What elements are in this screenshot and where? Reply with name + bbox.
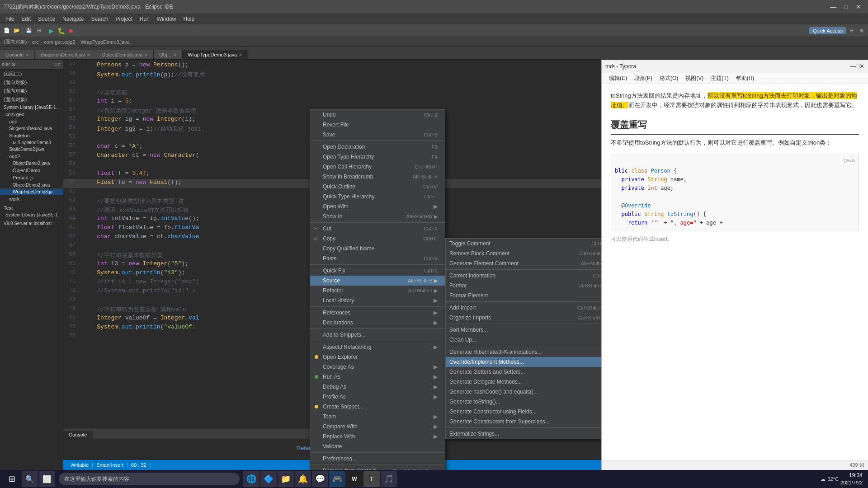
eclipse-window-controls[interactable]: — □ ✕	[827, 1, 864, 13]
cm-remove-context[interactable]: Remove from Context Ctrl+Alt+Shift+Down	[310, 466, 445, 470]
cm-add-snippets[interactable]: Add to Snippets...	[310, 330, 445, 340]
sidebar-item-oop1[interactable]: (面向对象)	[0, 78, 63, 87]
sidebar-item-server[interactable]: V9.0 Server at localhost	[0, 220, 63, 227]
minimize-button[interactable]: —	[827, 1, 839, 13]
cm-quick-type-hier[interactable]: Quick Type Hierarchy Ctrl+T	[310, 192, 445, 202]
cm-local-history[interactable]: Local History ▶	[310, 296, 445, 305]
cm-open-type-hier[interactable]: Open Type Hierarchy F4	[310, 152, 445, 162]
menu-window[interactable]: Window	[153, 15, 180, 23]
cm-refactor[interactable]: Refactor Alt+Shift+T ▶	[310, 286, 445, 296]
sidebar-item-javalibrary2[interactable]: System Library [JavaSE-1.	[0, 211, 63, 218]
sidebar-item-objectdemo2[interactable]: ObjectDemo2.java	[0, 160, 63, 167]
maximize-button[interactable]: □	[840, 1, 852, 13]
menu-navigate[interactable]: Navigate	[59, 15, 87, 23]
cm-create-snippet[interactable]: Create Snippet...	[310, 402, 445, 412]
toolbar-debug[interactable]: 🐛	[56, 26, 66, 36]
sidebar-item-oop2-pkg[interactable]: oop2	[0, 153, 63, 160]
breadcrumb-package[interactable]: com.gec.oop2	[44, 39, 75, 45]
taskbar-appicon3[interactable]: 🎮	[329, 471, 345, 487]
tab-wrapdemo-close[interactable]: ✕	[239, 52, 242, 57]
tab-wrapdemo[interactable]: WrapTypeDemo3.java ✕	[183, 50, 249, 59]
main-context-menu[interactable]: Undo Ctrl+Z Revert File Save Ctrl+S Ope	[310, 109, 445, 470]
cm-open-call-hier[interactable]: Open Call Hierarchy Ctrl+Alt+H	[310, 162, 445, 172]
toolbar-save[interactable]: 💾	[24, 26, 34, 36]
breadcrumb-file[interactable]: WrapTypeDemo3.java	[80, 39, 130, 45]
sidebar-item-objectdemo2b[interactable]: ObjectDemo2.java	[0, 182, 63, 188]
menu-run[interactable]: Run	[136, 15, 153, 23]
sidebar-item-singletondemo[interactable]: ⊳ SingletonDemo3	[0, 139, 63, 146]
cm-paste[interactable]: Paste Ctrl+V	[310, 253, 445, 263]
menu-source[interactable]: Source	[34, 15, 59, 23]
typora-menu-theme[interactable]: 主题(T)	[707, 74, 732, 83]
menu-help[interactable]: Help	[180, 15, 198, 23]
bottom-tab-console[interactable]: Console	[63, 431, 93, 439]
toolbar-layout[interactable]: ⊟	[846, 26, 856, 36]
sidebar-item-group2[interactable]: (组组二)	[0, 70, 63, 78]
taskbar-appicon5[interactable]: T	[363, 471, 380, 487]
typora-maximize[interactable]: □	[856, 63, 859, 70]
cm-profile-as[interactable]: Profile As ▶	[310, 392, 445, 402]
tab-console-close[interactable]: ✕	[25, 52, 29, 57]
cm-coverage[interactable]: Coverage As ▶	[310, 362, 445, 372]
breadcrumb-project[interactable]: (面向对象)	[4, 38, 27, 45]
sidebar-item-oop[interactable]: oop	[0, 118, 63, 125]
taskbar-chrome[interactable]: 🌐	[243, 471, 259, 487]
sidebar-item-staticdemo[interactable]: StaticDemo2.java	[0, 146, 63, 153]
tab-singleton-close[interactable]: ✕	[87, 52, 90, 57]
taskbar-appicon6[interactable]: 🎵	[381, 471, 397, 487]
cm-show-breadcrumb[interactable]: Show in Breadcrumb Alt+Shift+B	[310, 172, 445, 182]
explorer-maximize[interactable]: □	[58, 62, 61, 67]
sidebar-item-comgec[interactable]: com.gec	[0, 111, 63, 118]
cm-source[interactable]: Source Alt+Shift+S ▶	[310, 276, 445, 286]
tab-objectdemo-close[interactable]: ✕	[144, 52, 148, 57]
cm-preferences[interactable]: Preferences...	[310, 454, 445, 464]
typora-menu-view[interactable]: 视图(V)	[682, 74, 707, 83]
cm-show-in[interactable]: Show In Alt+Shift+W ▶	[310, 211, 445, 221]
menu-edit[interactable]: Edit	[18, 15, 34, 23]
sidebar-item-work[interactable]: work	[0, 195, 63, 202]
cm-open-decl[interactable]: Open Declaration F3	[310, 142, 445, 152]
cm-debug-as[interactable]: Debug As ▶	[310, 382, 445, 392]
taskbar-taskview[interactable]: ⬜	[39, 471, 55, 487]
tab-singleton[interactable]: SingletonDemo3.jav ✕	[35, 50, 96, 59]
taskbar-search[interactable]: 🔍	[22, 471, 38, 487]
cm-team[interactable]: Team ▶	[310, 412, 445, 422]
cm-open-explorer[interactable]: Open Explorer	[310, 352, 445, 362]
typora-menu-format[interactable]: 格式(O)	[656, 74, 682, 83]
cm-quick-fix[interactable]: Quick Fix Ctrl+1	[310, 266, 445, 276]
menu-project[interactable]: Project	[112, 15, 136, 23]
sidebar-item-javalibrary[interactable]: System Library [JavaSE-1.	[0, 104, 63, 111]
tab-objectdemo[interactable]: ObjectDemo3.java ✕	[96, 50, 154, 59]
typora-content[interactable]: toString方法返回的结果是内存地址，所以没有重写toString方法而去打…	[602, 84, 868, 460]
sidebar-item-test[interactable]: Test	[0, 204, 63, 211]
typora-menu-para[interactable]: 段落(P)	[631, 74, 656, 83]
taskbar-appicon4[interactable]: W	[346, 471, 363, 487]
cm-quick-outline[interactable]: Quick Outline Ctrl+O	[310, 182, 445, 192]
close-button[interactable]: ✕	[853, 1, 864, 13]
toolbar-saveall[interactable]: ⊞	[34, 26, 44, 36]
cm-save[interactable]: Save Ctrl+S	[310, 130, 445, 140]
toolbar-open[interactable]: 📂	[12, 26, 22, 36]
toolbar-stop[interactable]: ■	[66, 26, 76, 36]
typora-menu-help[interactable]: 帮助(H)	[732, 74, 758, 83]
quick-access-button[interactable]: Quick Access	[809, 27, 846, 34]
sidebar-item-objectdemo-cls[interactable]: ObjectDemo	[0, 167, 63, 174]
cm-aspectj[interactable]: AspectJ Refactoring ▶	[310, 342, 445, 352]
cm-revert-file[interactable]: Revert File	[310, 120, 445, 130]
typora-menu-edit[interactable]: 编辑(E)	[605, 74, 631, 83]
cm-copy[interactable]: ⧉ Copy Ctrl+C	[310, 234, 445, 244]
menu-search[interactable]: Search	[87, 15, 112, 23]
start-button[interactable]: ⊞	[4, 471, 20, 487]
cm-compare-with[interactable]: Compare With ▶	[310, 422, 445, 432]
menu-file[interactable]: File	[2, 15, 18, 23]
tab-console[interactable]: Console ✕	[0, 50, 35, 59]
toolbar-perspective[interactable]: ⊞	[856, 26, 866, 36]
taskbar-appicon2[interactable]: 💬	[312, 471, 328, 487]
tab-obj-close[interactable]: ✕	[173, 52, 177, 57]
cm-copy-qualified[interactable]: Copy Qualified Name	[310, 244, 445, 253]
cm-references[interactable]: References ▶	[310, 308, 445, 318]
sidebar-item-singleton[interactable]: Singleton	[0, 132, 63, 139]
taskbar-explorer[interactable]: 📁	[278, 471, 294, 487]
cm-cut[interactable]: ✂ Cut Ctrl+X	[310, 224, 445, 234]
taskbar-search-box[interactable]: 在这里输入你要搜索的内容	[59, 473, 240, 485]
